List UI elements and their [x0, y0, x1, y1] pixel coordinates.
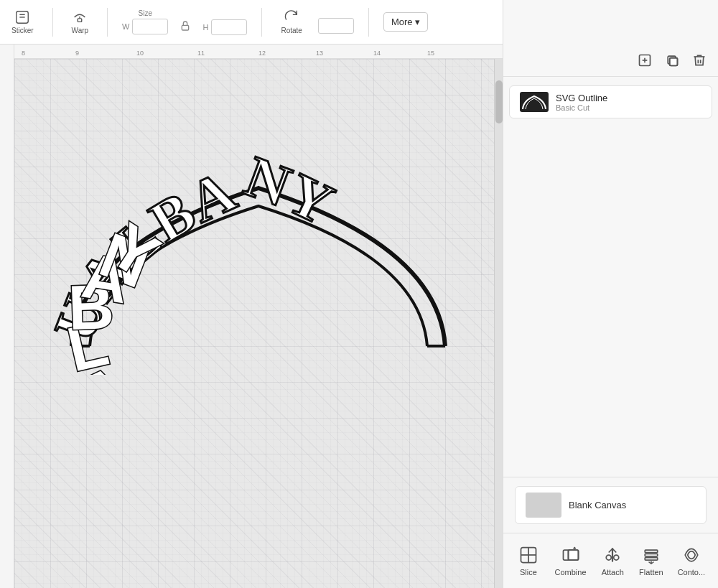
height-input[interactable] [211, 19, 247, 35]
separator-1 [52, 8, 53, 37]
blank-canvas-label: Blank Canvas [569, 500, 626, 510]
more-label: More [391, 17, 413, 27]
layer-list: SVG Outline Basic Cut [503, 77, 718, 477]
slice-label: Slice [520, 568, 537, 577]
more-button[interactable]: More ▾ [383, 12, 428, 32]
attach-label: Attach [602, 568, 624, 577]
rotate-input[interactable] [318, 18, 354, 34]
ruler-tick-11: 11 [197, 50, 205, 57]
separator-4 [368, 8, 369, 37]
duplicate-layer-button[interactable] [662, 50, 682, 70]
svg-rect-33 [645, 558, 658, 561]
size-label: Size [139, 9, 152, 17]
warp-label: Warp [72, 27, 89, 34]
size-w-group: Size W [122, 9, 168, 34]
more-arrow: ▾ [415, 17, 420, 27]
width-input[interactable] [132, 19, 168, 34]
svg-rect-20 [670, 58, 678, 66]
attach-button[interactable]: Attach [595, 542, 630, 579]
contour-label: Conto... [678, 568, 706, 577]
rotate-label: Rotate [281, 27, 302, 34]
scrollbar-vertical[interactable] [494, 59, 503, 588]
panel-toolbar [503, 45, 718, 77]
ualbany-design[interactable]: UALBANY U A L B [50, 145, 481, 382]
svg-point-30 [614, 555, 619, 560]
separator-2 [107, 8, 108, 37]
combine-button[interactable]: Combine [549, 542, 592, 579]
layer-thumbnail [520, 92, 549, 112]
rotate-tool[interactable]: Rotate [276, 6, 306, 37]
ruler-tick-15: 15 [427, 50, 434, 57]
canvas-thumbnail [526, 493, 561, 518]
delete-layer-button[interactable] [689, 50, 709, 70]
ruler-tick-14: 14 [373, 50, 381, 57]
combine-label: Combine [555, 568, 587, 577]
sticker-label: Sticker [11, 27, 34, 34]
flatten-label: Flatten [639, 568, 663, 577]
separator-3 [261, 8, 262, 37]
ruler-tick-10: 10 [136, 50, 144, 57]
blank-canvas-item[interactable]: Blank Canvas [515, 486, 707, 524]
ruler-tick-9: 9 [75, 50, 79, 57]
ruler-tick-8: 8 [22, 50, 25, 57]
svg-rect-31 [645, 550, 658, 553]
ruler-tick-13: 13 [316, 50, 323, 57]
width-label: W [122, 22, 129, 31]
canvas-area: 8 9 10 11 12 13 14 15 [0, 45, 503, 588]
slice-button[interactable]: Slice [510, 542, 546, 579]
lock-icon[interactable] [180, 20, 191, 32]
right-panel: SVG Outline Basic Cut Blank Canvas Slice [503, 0, 718, 588]
ruler-vertical [0, 45, 14, 588]
ruler-tick-12: 12 [258, 50, 266, 57]
warp-tool[interactable]: Warp [67, 6, 93, 37]
layer-name: SVG Outline [556, 93, 701, 103]
layer-info: SVG Outline Basic Cut [556, 93, 701, 112]
height-label: H [202, 23, 208, 32]
layer-item-svg-outline[interactable]: SVG Outline Basic Cut [509, 85, 712, 118]
sticker-tool[interactable]: Sticker [7, 6, 38, 37]
layer-type: Basic Cut [556, 103, 701, 112]
svg-point-29 [607, 555, 612, 560]
panel-tab-spacer [503, 0, 718, 45]
blank-canvas-section: Blank Canvas [503, 477, 718, 533]
scrollbar-thumb[interactable] [495, 80, 503, 123]
ruler-horizontal: 8 9 10 11 12 13 14 15 [0, 45, 503, 59]
add-layer-button[interactable] [635, 50, 655, 70]
contour-button[interactable]: Conto... [672, 542, 712, 579]
svg-rect-5 [182, 25, 189, 30]
svg-rect-3 [78, 19, 83, 22]
svg-rect-32 [645, 554, 658, 556]
grid-canvas[interactable]: UALBANY U A L B [14, 59, 494, 588]
size-h-group: H [202, 9, 247, 35]
bottom-actions: Slice Combine Attach [503, 533, 718, 588]
svg-rect-26 [568, 550, 578, 560]
flatten-button[interactable]: Flatten [633, 542, 669, 579]
